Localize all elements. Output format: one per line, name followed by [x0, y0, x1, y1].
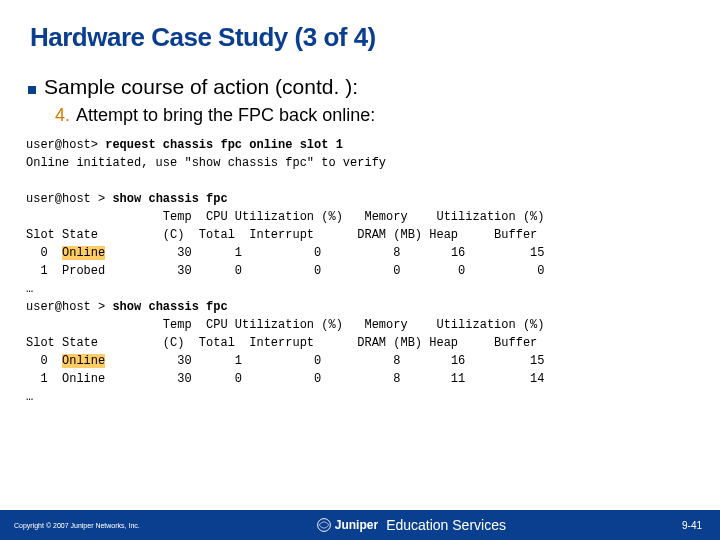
footer-center: Juniper Education Services	[140, 517, 682, 533]
bullet-text: Sample course of action (contd. ):	[44, 75, 358, 99]
command: request chassis fpc online slot 1	[105, 138, 343, 152]
slide-title: Hardware Case Study (3 of 4)	[0, 0, 720, 53]
table-header: Temp CPU Utilization (%) Memory Utilizat…	[26, 210, 544, 224]
prompt: user@host>	[26, 138, 105, 152]
bullet-square-icon	[28, 86, 36, 94]
table-row: 30 1 0 8 16 15	[105, 246, 544, 260]
footer-bar: Copyright © 2007 Juniper Networks, Inc. …	[0, 510, 720, 540]
table-header: Temp CPU Utilization (%) Memory Utilizat…	[26, 318, 544, 332]
table-row: 30 1 0 8 16 15	[105, 354, 544, 368]
command: show chassis fpc	[112, 300, 227, 314]
substep-row: 4. Attempt to bring the FPC back online:	[0, 99, 720, 126]
slide: Hardware Case Study (3 of 4) Sample cour…	[0, 0, 720, 540]
step-number: 4.	[55, 105, 70, 126]
table-header: Slot State (C) Total Interrupt DRAM (MB)…	[26, 228, 537, 242]
page-number: 9-41	[682, 520, 720, 531]
prompt: user@host >	[26, 192, 112, 206]
command: show chassis fpc	[112, 192, 227, 206]
table-row: 1 Probed 30 0 0 0 0 0	[26, 264, 544, 278]
response: Online initiated, use "show chassis fpc"…	[26, 156, 386, 170]
brand-text: Juniper	[335, 518, 378, 532]
bullet-row: Sample course of action (contd. ):	[0, 53, 720, 99]
prompt: user@host >	[26, 300, 112, 314]
education-services-text: Education Services	[386, 517, 506, 533]
table-row: 0	[26, 246, 62, 260]
table-row: 1 Online 30 0 0 8 11 14	[26, 372, 544, 386]
table-header: Slot State (C) Total Interrupt DRAM (MB)…	[26, 336, 537, 350]
step-text: Attempt to bring the FPC back online:	[76, 105, 375, 126]
ellipsis: …	[26, 390, 33, 404]
juniper-logo: Juniper	[316, 517, 378, 533]
highlight: Online	[62, 246, 105, 260]
table-row: 0	[26, 354, 62, 368]
copyright-text: Copyright © 2007 Juniper Networks, Inc.	[0, 522, 140, 529]
terminal-output: user@host> request chassis fpc online sl…	[0, 126, 720, 406]
swirl-icon	[316, 517, 332, 533]
highlight: Online	[62, 354, 105, 368]
ellipsis: …	[26, 282, 33, 296]
